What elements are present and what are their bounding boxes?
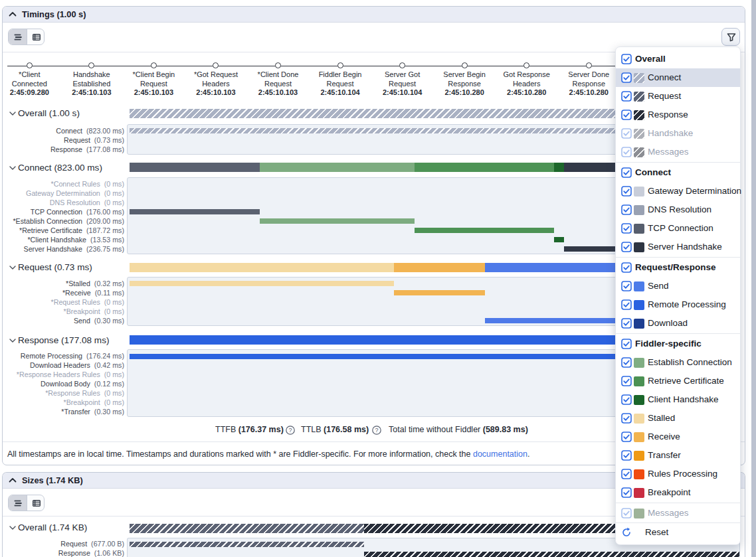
svg-text:?: ? [375,427,378,434]
svg-text:?: ? [288,427,292,434]
